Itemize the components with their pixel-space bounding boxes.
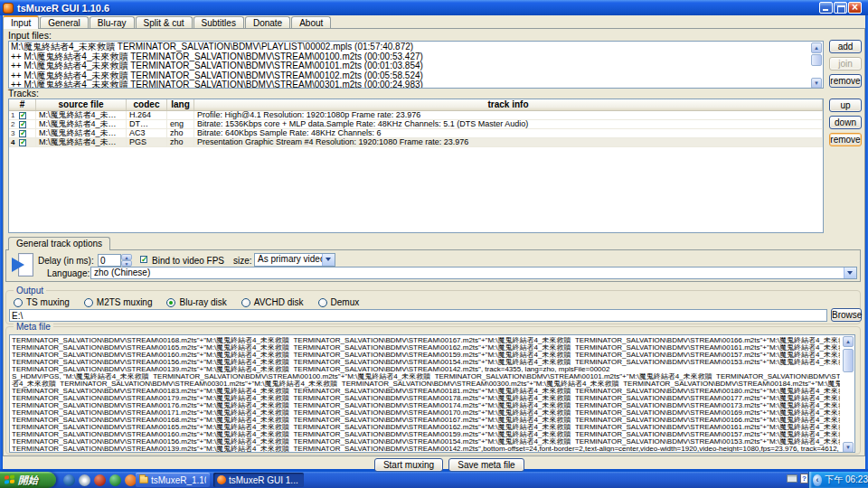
radio-icon[interactable]	[166, 298, 175, 307]
output-mode-option[interactable]: M2TS muxing	[84, 297, 153, 307]
language-label: Language:	[47, 268, 90, 278]
taskbar-clock: 下午 06:23	[825, 474, 868, 486]
input-file-item[interactable]: ++ M:\魔鬼終結者4_未來救贖 TERMINATOR_SALVATION\B…	[11, 80, 810, 89]
track-up-button[interactable]: up	[829, 99, 862, 112]
column-header-info[interactable]: track info	[194, 99, 823, 110]
bind-fps-checkbox[interactable]	[140, 256, 147, 263]
tracks-table-header[interactable]: # source file codec lang track info	[9, 99, 823, 111]
track-checkbox[interactable]	[19, 139, 26, 146]
track-checkbox[interactable]	[19, 130, 26, 137]
messenger-icon[interactable]	[109, 474, 121, 486]
tracks-table[interactable]: # source file codec lang track info 1 M:…	[8, 99, 824, 233]
media-player-icon[interactable]	[79, 474, 90, 486]
tab[interactable]: Donate	[245, 16, 290, 29]
browse-button[interactable]: Browse	[831, 308, 862, 322]
show-desktop-icon[interactable]	[63, 474, 75, 486]
column-header-lang[interactable]: lang	[167, 99, 194, 110]
meta-file-line: TERMINATOR_SALVATION\BDMV\STREAM\00171.m…	[12, 409, 840, 417]
scroll-up-icon[interactable]	[811, 42, 822, 53]
output-mode-option[interactable]: Demux	[318, 297, 360, 307]
column-header-codec[interactable]: codec	[127, 99, 167, 110]
output-mode-option[interactable]: Blu-ray disk	[166, 297, 226, 307]
scroll-up-icon[interactable]	[843, 336, 854, 347]
track-info: Presentation Graphic Stream #4 Resolutio…	[194, 138, 823, 146]
general-track-options-tab[interactable]: General track options	[8, 237, 110, 250]
scroll-thumb[interactable]	[843, 349, 854, 372]
meta-file-scrollbar[interactable]	[843, 336, 854, 453]
input-files-list[interactable]: M:\魔鬼終結者4_未來救贖 TERMINATOR_SALVATION\BDMV…	[8, 41, 824, 89]
taskbar-task-button[interactable]: tsMuxeR_1.10.6	[136, 473, 210, 487]
add-button[interactable]: add	[829, 40, 862, 53]
tab[interactable]: About	[291, 16, 331, 29]
maximize-button[interactable]	[834, 2, 847, 14]
track-source: M:\魔鬼終結者4_未…	[36, 138, 127, 146]
app-icon	[3, 3, 14, 14]
spin-down-icon[interactable]	[121, 260, 132, 267]
input-file-item[interactable]: ++ M:\魔鬼終結者4_未來救贖 TERMINATOR_SALVATION\B…	[11, 71, 810, 81]
scroll-down-icon[interactable]	[843, 442, 854, 453]
output-mode-option[interactable]: TS muxing	[14, 297, 70, 307]
size-label: size:	[233, 256, 252, 266]
column-header-num[interactable]: #	[9, 99, 36, 110]
tab[interactable]: Input	[3, 15, 39, 29]
radio-icon[interactable]	[14, 298, 23, 307]
input-file-item[interactable]: ++ M:\魔鬼終結者4_未來救贖 TERMINATOR_SALVATION\B…	[11, 61, 810, 71]
input-file-item[interactable]: ++ M:\魔鬼終結者4_未來救贖 TERMINATOR_SALVATION\B…	[11, 52, 810, 62]
meta-file-line: TERMINATOR_SALVATION\BDMV\STREAM\00165.m…	[12, 344, 840, 352]
chevron-down-icon[interactable]	[844, 267, 856, 278]
track-checkbox[interactable]	[19, 112, 26, 119]
meta-file-line: TERMINATOR_SALVATION\BDMV\STREAM\00168.m…	[12, 337, 840, 344]
meta-file-line: TERMINATOR_SALVATION\BDMV\STREAM\00139.m…	[12, 446, 840, 453]
track-remove-button[interactable]: remove	[829, 133, 862, 146]
track-row[interactable]: 2 M:\魔鬼終結者4_未… DT… eng Bitrate: 1536Kbps…	[9, 120, 823, 129]
radio-icon[interactable]	[84, 298, 93, 307]
radio-icon[interactable]	[318, 298, 327, 307]
track-source: M:\魔鬼終結者4_未…	[36, 129, 127, 137]
track-lang	[167, 111, 194, 119]
radio-icon[interactable]	[241, 298, 250, 307]
input-files-scrollbar[interactable]	[811, 42, 822, 89]
delay-spinner[interactable]	[121, 254, 132, 267]
mail-icon[interactable]	[94, 474, 106, 486]
minimize-button[interactable]	[819, 2, 833, 14]
start-muxing-button[interactable]: Start muxing	[374, 458, 443, 472]
scroll-down-icon[interactable]	[811, 78, 822, 89]
hide-icons-chevron-icon[interactable]: ‹	[813, 474, 822, 486]
delay-input[interactable]	[98, 254, 121, 267]
language-select[interactable]: zho (Chinese)	[90, 267, 857, 279]
meta-file-group-label: Meta file	[14, 322, 53, 332]
input-file-item[interactable]: M:\魔鬼終結者4_未來救贖 TERMINATOR_SALVATION\BDMV…	[11, 42, 810, 52]
meta-file-textarea[interactable]: TERMINATOR_SALVATION\BDMV\STREAM\00168.m…	[9, 334, 855, 453]
column-header-source[interactable]: source file	[36, 99, 127, 110]
output-path-input[interactable]	[9, 309, 827, 322]
taskbar-task-button[interactable]: tsMuxeR GUI 1...	[213, 473, 304, 487]
track-row[interactable]: 4 M:\魔鬼終結者4_未… PGS zho Presentation Grap…	[9, 138, 823, 147]
scroll-thumb[interactable]	[811, 54, 822, 66]
track-down-button[interactable]: down	[829, 116, 862, 129]
tab[interactable]: Subtitles	[193, 16, 244, 29]
size-select[interactable]: As primary video	[254, 253, 335, 267]
track-checkbox[interactable]	[19, 121, 26, 128]
track-lang: zho	[167, 129, 194, 137]
track-row[interactable]: 1 M:\魔鬼終結者4_未… H.264 Profile: High@4.1 R…	[9, 111, 823, 120]
spin-up-icon[interactable]	[121, 254, 132, 260]
track-row[interactable]: 3 M:\魔鬼終結者4_未… AC3 zho Bitrate: 640Kbps …	[9, 129, 823, 138]
close-button[interactable]	[848, 2, 862, 14]
join-button[interactable]: join	[829, 57, 862, 70]
meta-file-line: TERMINATOR_SALVATION\BDMV\STREAM\00160.m…	[12, 352, 840, 359]
output-group-label: Output	[14, 286, 46, 296]
help-icon[interactable]: ?	[800, 474, 808, 483]
keyboard-layout-icon[interactable]	[787, 474, 797, 483]
tab[interactable]: General	[40, 16, 89, 29]
tab[interactable]: Split & cut	[136, 16, 193, 29]
save-meta-file-button[interactable]: Save meta file	[448, 458, 524, 472]
chevron-down-icon[interactable]	[322, 254, 335, 266]
remove-input-button[interactable]: remove	[829, 74, 862, 88]
tab[interactable]: Blu-ray	[90, 16, 135, 29]
title-bar[interactable]: tsMuxeR GUI 1.10.6	[0, 0, 868, 15]
quick-launch-bar	[63, 474, 137, 486]
start-button[interactable]: 開始	[0, 472, 56, 488]
track-source: M:\魔鬼終結者4_未…	[36, 120, 127, 128]
window-title: tsMuxeR GUI 1.10.6	[17, 3, 109, 14]
output-mode-option[interactable]: AVCHD disk	[241, 297, 304, 307]
